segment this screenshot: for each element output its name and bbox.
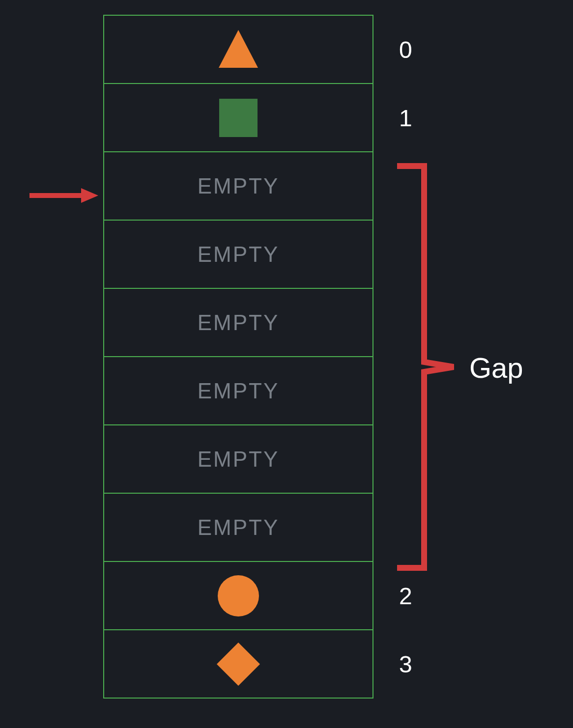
- array-cell-empty: EMPTY: [103, 356, 373, 425]
- triangle-icon: [216, 28, 260, 72]
- gap-bracket-icon: [397, 163, 461, 571]
- array-cell: 0: [103, 15, 373, 84]
- array-cell: 3: [103, 629, 373, 699]
- gap-label: Gap: [469, 351, 523, 384]
- index-label: 2: [399, 582, 412, 609]
- empty-label: EMPTY: [198, 447, 280, 472]
- array-cell-empty: EMPTY: [103, 424, 373, 494]
- pointer-arrow-icon: [29, 186, 98, 205]
- array-cell-empty: EMPTY: [103, 151, 373, 221]
- index-label: 1: [399, 104, 412, 131]
- empty-label: EMPTY: [198, 174, 280, 198]
- empty-label: EMPTY: [198, 242, 280, 267]
- square-icon: [219, 99, 258, 137]
- array-cell: 1: [103, 83, 373, 152]
- index-label: 0: [399, 36, 412, 63]
- index-label: 3: [399, 650, 412, 677]
- array-cell-empty: EMPTY: [103, 493, 373, 562]
- array-container: 0 1 EMPTY EMPTY EMPTY EMPTY EMPTY EMPTY …: [103, 15, 373, 699]
- svg-marker-2: [219, 30, 258, 68]
- array-cell-empty: EMPTY: [103, 220, 373, 289]
- empty-label: EMPTY: [198, 379, 280, 403]
- array-cell: 2: [103, 561, 373, 630]
- svg-point-4: [218, 575, 259, 616]
- svg-marker-5: [217, 643, 260, 686]
- diamond-icon: [215, 641, 262, 688]
- empty-label: EMPTY: [198, 310, 280, 335]
- svg-rect-3: [219, 99, 258, 137]
- array-cell-empty: EMPTY: [103, 288, 373, 357]
- circle-icon: [217, 575, 259, 617]
- empty-label: EMPTY: [198, 515, 280, 540]
- svg-marker-1: [81, 188, 98, 203]
